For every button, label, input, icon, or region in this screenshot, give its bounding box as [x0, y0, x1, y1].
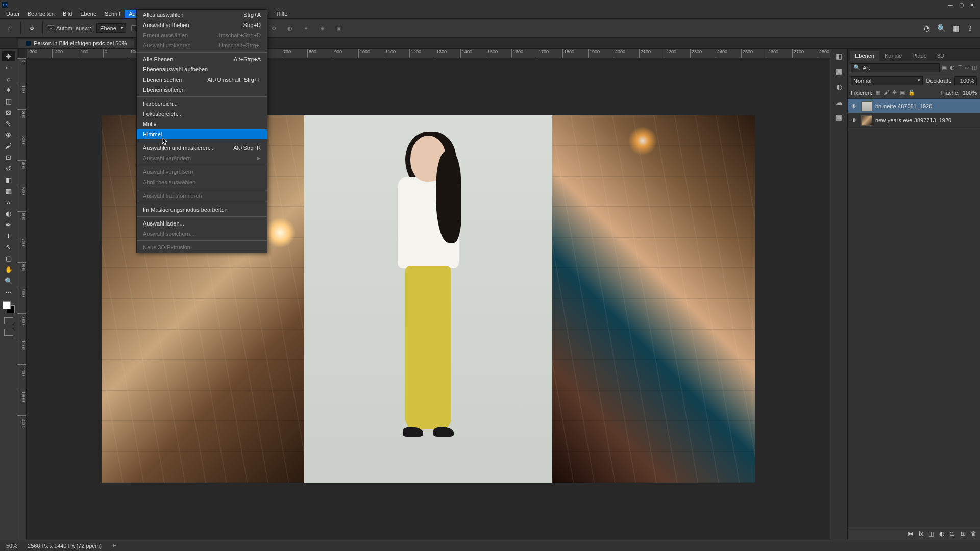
- share-icon[interactable]: ⇪: [967, 24, 973, 32]
- history-brush-tool[interactable]: ↺: [2, 163, 15, 173]
- layer-name[interactable]: brunette-487061_1920: [875, 103, 932, 109]
- type-tool[interactable]: T: [2, 231, 15, 241]
- menu-item-ausw-hlen-und-maskieren[interactable]: Auswählen und maskieren...Alt+Strg+R: [137, 143, 267, 153]
- maximize-button[interactable]: ▢: [959, 2, 964, 8]
- layer-row[interactable]: 👁new-years-eve-3897713_1920: [848, 113, 980, 128]
- lasso-tool[interactable]: ⌕: [2, 73, 15, 84]
- dodge-tool[interactable]: ◐: [2, 208, 15, 218]
- screen-mode-toggle[interactable]: [4, 329, 13, 336]
- brush-tool[interactable]: 🖌: [2, 141, 15, 151]
- slide-3d-icon[interactable]: ⊕: [317, 22, 328, 34]
- lock-transparency-icon[interactable]: ▦: [875, 89, 880, 96]
- auto-select-target[interactable]: Ebene: [96, 23, 126, 33]
- swatches-panel-icon[interactable]: ▦: [836, 67, 842, 76]
- zoom-level[interactable]: 50%: [6, 543, 17, 549]
- lock-all-icon[interactable]: 🔒: [908, 89, 915, 96]
- adjustment-layer-icon[interactable]: ◐: [939, 530, 944, 537]
- lock-image-icon[interactable]: 🖌: [884, 89, 889, 96]
- new-layer-icon[interactable]: ⊞: [961, 530, 966, 537]
- close-button[interactable]: ✕: [970, 2, 974, 8]
- search-icon[interactable]: 🔍: [937, 24, 946, 32]
- frame-tool[interactable]: ⊠: [2, 107, 15, 117]
- healing-brush-tool[interactable]: ⊕: [2, 130, 15, 140]
- clone-stamp-tool[interactable]: ⊡: [2, 152, 15, 162]
- eraser-tool[interactable]: ◧: [2, 174, 15, 185]
- path-selection-tool[interactable]: ↖: [2, 242, 15, 252]
- layer-fx-icon[interactable]: fx: [919, 530, 923, 537]
- roll-3d-icon[interactable]: ◐: [284, 22, 296, 34]
- menu-datei[interactable]: Datei: [2, 10, 23, 18]
- layer-filter-type[interactable]: 🔍 Art: [851, 63, 940, 72]
- gradient-tool[interactable]: ▦: [2, 186, 15, 196]
- menu-schrift[interactable]: Schrift: [101, 10, 125, 18]
- workspace-icon[interactable]: ▦: [953, 24, 960, 32]
- hand-tool[interactable]: ✋: [2, 264, 15, 274]
- menu-item-ebenenauswahl-aufheben[interactable]: Ebenenauswahl aufheben: [137, 64, 267, 74]
- crop-tool[interactable]: ◫: [2, 96, 15, 106]
- layer-mask-icon[interactable]: ◫: [928, 530, 934, 537]
- layer-row[interactable]: 👁brunette-487061_1920: [848, 99, 980, 113]
- group-icon[interactable]: 🗀: [949, 530, 955, 537]
- menu-item-ebenen-suchen[interactable]: Ebenen suchenAlt+Umschalt+Strg+F: [137, 74, 267, 85]
- menu-hilfe[interactable]: Hilfe: [272, 10, 291, 18]
- blur-tool[interactable]: ○: [2, 197, 15, 207]
- properties-panel-icon[interactable]: ▣: [836, 113, 842, 121]
- menu-bearbeiten[interactable]: Bearbeiten: [23, 10, 59, 18]
- status-more-icon[interactable]: ➤: [112, 542, 116, 549]
- adjustments-panel-icon[interactable]: ◐: [836, 83, 842, 91]
- filter-shape-icon[interactable]: ▱: [965, 64, 969, 71]
- menu-item-auswahl-laden[interactable]: Auswahl laden...: [137, 218, 267, 229]
- layer-visibility-toggle[interactable]: 👁: [850, 117, 858, 123]
- menu-ebene[interactable]: Ebene: [76, 10, 101, 18]
- layer-name[interactable]: new-years-eve-3897713_1920: [875, 117, 951, 123]
- menu-item-alles-ausw-hlen[interactable]: Alles auswählenStrg+A: [137, 10, 267, 20]
- home-icon[interactable]: ⌂: [4, 22, 15, 34]
- panel-tab-pfade[interactable]: Pfade: [907, 51, 932, 61]
- lock-artboard-icon[interactable]: ▣: [900, 89, 905, 96]
- color-panel-icon[interactable]: ◧: [836, 52, 842, 60]
- orbit-3d-icon[interactable]: ⟲: [268, 22, 279, 34]
- panel-tab-kanäle[interactable]: Kanäle: [879, 51, 907, 61]
- filter-pixel-icon[interactable]: ▣: [942, 64, 947, 71]
- eyedropper-tool[interactable]: ✎: [2, 118, 15, 129]
- color-swatches[interactable]: [3, 301, 15, 313]
- layer-visibility-toggle[interactable]: 👁: [850, 103, 858, 109]
- fill-value[interactable]: 100%: [963, 90, 977, 96]
- layer-thumbnail[interactable]: [861, 115, 872, 126]
- delete-layer-icon[interactable]: 🗑: [971, 530, 977, 537]
- menu-item-auswahl-aufheben[interactable]: Auswahl aufhebenStrg+D: [137, 20, 267, 30]
- opacity-value[interactable]: 100%: [954, 76, 977, 85]
- link-layers-icon[interactable]: ⧓: [908, 530, 914, 537]
- menu-item-himmel[interactable]: Himmel: [137, 129, 267, 139]
- magic-wand-tool[interactable]: ✶: [2, 85, 15, 95]
- libraries-panel-icon[interactable]: ☁: [836, 98, 843, 106]
- zoom-tool[interactable]: 🔍: [2, 276, 15, 286]
- menu-item-motiv[interactable]: Motiv: [137, 119, 267, 129]
- pen-tool[interactable]: ✒: [2, 219, 15, 230]
- marquee-tool[interactable]: ▭: [2, 62, 15, 72]
- menu-item-ebenen-isolieren[interactable]: Ebenen isolieren: [137, 85, 267, 95]
- quick-mask-toggle[interactable]: [4, 317, 13, 324]
- auto-select-checkbox[interactable]: ✓ Autom. ausw.:: [48, 25, 91, 31]
- edit-toolbar[interactable]: ⋯: [2, 287, 15, 297]
- blend-mode-select[interactable]: Normal: [851, 76, 923, 85]
- document-tab[interactable]: Person in Bild einfügen.psdc bei 50%: [18, 39, 134, 48]
- filter-type-icon[interactable]: T: [958, 64, 962, 71]
- move-tool[interactable]: ✥: [2, 51, 15, 61]
- filter-smart-icon[interactable]: ◫: [972, 64, 977, 71]
- lock-position-icon[interactable]: ✥: [892, 89, 897, 96]
- minimize-button[interactable]: —: [948, 2, 953, 8]
- layer-thumbnail[interactable]: [861, 101, 872, 111]
- menu-item-alle-ebenen[interactable]: Alle EbenenAlt+Strg+A: [137, 54, 267, 64]
- menu-item-farbbereich[interactable]: Farbbereich...: [137, 98, 267, 109]
- filter-adjust-icon[interactable]: ◐: [950, 64, 955, 71]
- panel-tab-3d[interactable]: 3D: [932, 51, 949, 61]
- menu-bild[interactable]: Bild: [59, 10, 76, 18]
- panel-tab-ebenen[interactable]: Ebenen: [850, 51, 879, 61]
- menu-item-im-maskierungsmodus-bearbeiten[interactable]: Im Maskierungsmodus bearbeiten: [137, 205, 267, 215]
- menu-item-fokusbereich[interactable]: Fokusbereich...: [137, 109, 267, 119]
- move-tool-icon[interactable]: ✥: [26, 22, 37, 34]
- zoom-3d-icon[interactable]: ▣: [333, 22, 345, 34]
- foreground-color[interactable]: [3, 301, 11, 309]
- rectangle-tool[interactable]: ▢: [2, 253, 15, 263]
